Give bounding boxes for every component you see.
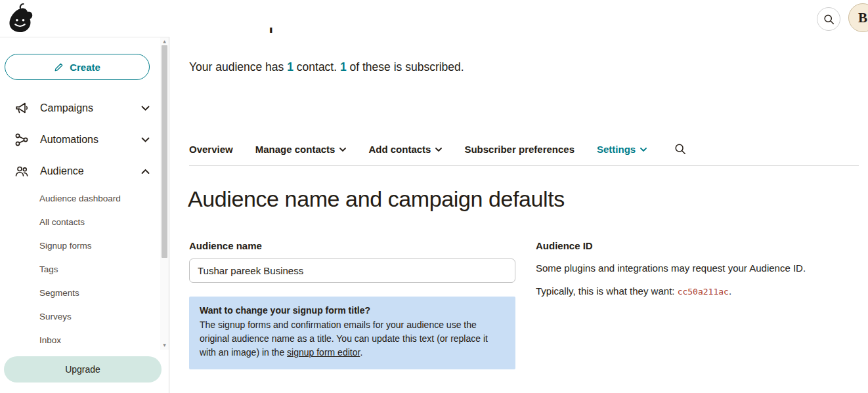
subscribed-count-link[interactable]: 1 — [340, 60, 347, 73]
upgrade-button[interactable]: Upgrade — [4, 356, 162, 383]
avatar[interactable]: B — [848, 3, 868, 32]
megaphone-icon — [13, 100, 30, 117]
tabs-search-button[interactable] — [674, 143, 686, 155]
chevron-down-icon — [435, 148, 442, 152]
summary-text: contact. — [293, 60, 340, 73]
tab-label: Add contacts — [368, 144, 431, 155]
infobox-title: Want to change your signup form title? — [200, 305, 505, 316]
automations-icon — [13, 131, 30, 148]
audience-summary: Your audience has 1 contact. 1 of these … — [189, 60, 464, 74]
page-title-clipped: Tushar pareek — [189, 28, 465, 37]
mailchimp-logo[interactable] — [5, 2, 34, 35]
audience-id-label: Audience ID — [536, 240, 593, 251]
audience-name-input[interactable] — [189, 259, 515, 283]
audience-id-text: Typically, this is what they want: — [536, 285, 678, 297]
tab-label: Manage contacts — [255, 144, 336, 155]
search-icon — [823, 14, 835, 25]
avatar-initial: B — [858, 10, 867, 26]
infobox-body: The signup forms and confirmation emails… — [200, 318, 505, 360]
mailchimp-audience-settings-page: B Tushar pareek Create Campaigns — [0, 0, 868, 393]
chevron-up-icon — [141, 169, 150, 175]
page-title-text: Tushar pareek — [189, 28, 465, 34]
create-button-label: Create — [70, 62, 100, 73]
sidebar-item-segments[interactable]: Segments — [0, 281, 160, 305]
summary-text: Your audience has — [189, 60, 287, 73]
sidebar-nav: Campaigns Automations Audience — [0, 93, 160, 187]
tab-manage-contacts[interactable]: Manage contacts — [255, 144, 347, 155]
sidebar-item-audience-dashboard[interactable]: Audience dashboard — [0, 187, 160, 211]
nav-label-campaigns: Campaigns — [40, 102, 93, 114]
summary-text: of these is subscribed. — [347, 60, 464, 73]
sidebar-item-all-contacts[interactable]: All contacts — [0, 211, 160, 234]
sidebar-item-surveys[interactable]: Surveys — [0, 305, 160, 329]
signup-form-title-infobox: Want to change your signup form title? T… — [189, 297, 515, 369]
sidebar-item-inbox[interactable]: Inbox — [0, 329, 160, 352]
audience-id-value-line: Typically, this is what they want: cc50a… — [536, 285, 731, 297]
sidebar-item-audience[interactable]: Audience — [0, 155, 160, 187]
audience-id-description: Some plugins and integrations may reques… — [536, 262, 806, 274]
nav-label-automations: Automations — [40, 134, 98, 146]
chevron-down-icon — [640, 148, 647, 152]
tab-subscriber-preferences[interactable]: Subscriber preferences — [464, 144, 575, 155]
tab-add-contacts[interactable]: Add contacts — [368, 144, 442, 155]
sidebar-item-automations[interactable]: Automations — [0, 124, 160, 155]
infobox-text-end: . — [360, 347, 362, 358]
sidebar-item-tags[interactable]: Tags — [0, 258, 160, 281]
tab-settings[interactable]: Settings — [597, 144, 647, 155]
freddie-icon — [5, 2, 34, 35]
audience-subnav: Audience dashboard All contacts Signup f… — [0, 187, 160, 352]
sidebar-item-signup-forms[interactable]: Signup forms — [0, 234, 160, 258]
tab-overview[interactable]: Overview — [189, 144, 233, 155]
tab-label: Settings — [597, 144, 636, 155]
search-icon — [674, 143, 686, 155]
sidebar-scrollbar[interactable]: ▲ ▼ — [160, 37, 169, 350]
contact-count-link[interactable]: 1 — [287, 60, 293, 73]
tabs-divider — [189, 165, 859, 166]
chevron-down-icon — [141, 137, 150, 143]
sidebar-item-campaigns[interactable]: Campaigns — [0, 93, 160, 124]
scroll-up-arrow[interactable]: ▲ — [160, 38, 169, 45]
audience-name-label: Audience name — [189, 240, 262, 251]
signup-form-editor-link[interactable]: signup form editor — [287, 347, 360, 358]
sidebar: Create Campaigns Automations — [0, 37, 169, 393]
header-search-button[interactable] — [817, 7, 840, 31]
audience-icon — [13, 163, 30, 180]
scrollbar-thumb[interactable] — [162, 45, 167, 258]
audience-tabs: Overview Manage contacts Add contacts Su… — [189, 143, 686, 155]
audience-id-text-end: . — [729, 285, 731, 297]
nav-label-audience: Audience — [40, 165, 84, 177]
audience-id-code: cc50a211ac — [678, 287, 729, 297]
page-heading: Audience name and campaign defaults — [188, 186, 565, 212]
create-button[interactable]: Create — [5, 54, 150, 80]
pencil-icon — [54, 62, 64, 72]
chevron-down-icon — [141, 106, 150, 112]
chevron-down-icon — [339, 148, 346, 152]
scroll-down-arrow[interactable]: ▼ — [160, 342, 169, 348]
sidebar-footer: Upgrade — [0, 350, 169, 393]
